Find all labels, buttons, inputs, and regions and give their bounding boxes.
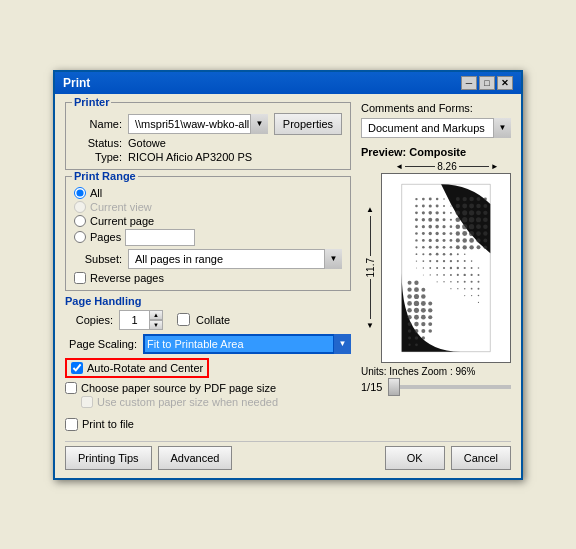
svg-point-95 bbox=[471, 287, 473, 289]
svg-point-54 bbox=[450, 253, 452, 255]
svg-point-166 bbox=[414, 329, 418, 333]
svg-point-88 bbox=[457, 280, 459, 282]
svg-point-97 bbox=[464, 294, 465, 295]
title-bar-buttons: ─ □ ✕ bbox=[461, 76, 513, 90]
copies-input[interactable] bbox=[119, 310, 149, 330]
svg-point-30 bbox=[450, 225, 453, 228]
svg-point-96 bbox=[478, 287, 480, 289]
subset-select-wrapper: All pages in range ▼ bbox=[128, 249, 342, 269]
copies-down-button[interactable]: ▼ bbox=[149, 320, 163, 330]
svg-point-70 bbox=[443, 266, 445, 268]
ok-button[interactable]: OK bbox=[385, 446, 445, 470]
printer-name-row: Name: \\mspri51\waw-wbko-all-04 ▼ Proper… bbox=[74, 113, 342, 135]
svg-point-60 bbox=[436, 259, 438, 261]
svg-point-165 bbox=[408, 329, 412, 333]
status-value: Gotowe bbox=[128, 137, 166, 149]
page-nav: 1/15 bbox=[361, 381, 511, 393]
svg-point-115 bbox=[483, 210, 487, 214]
print-range-label: Print Range bbox=[72, 170, 138, 182]
svg-point-118 bbox=[469, 216, 475, 222]
print-to-file-row: Print to file bbox=[65, 418, 351, 431]
minimize-button[interactable]: ─ bbox=[461, 76, 477, 90]
svg-point-37 bbox=[415, 239, 417, 241]
svg-point-142 bbox=[414, 280, 418, 284]
spinner-buttons: ▲ ▼ bbox=[149, 310, 163, 330]
print-to-file-checkbox[interactable] bbox=[65, 418, 78, 431]
svg-point-24 bbox=[450, 218, 452, 220]
current-view-radio[interactable] bbox=[74, 201, 86, 213]
svg-point-49 bbox=[416, 253, 418, 255]
svg-point-138 bbox=[469, 245, 473, 249]
svg-point-116 bbox=[455, 217, 460, 222]
printing-tips-button[interactable]: Printing Tips bbox=[65, 446, 152, 470]
custom-paper-checkbox[interactable] bbox=[81, 396, 93, 408]
scaling-select[interactable]: Fit to Printable Area bbox=[143, 334, 351, 354]
svg-point-61 bbox=[443, 259, 445, 261]
copies-up-button[interactable]: ▲ bbox=[149, 310, 163, 320]
collate-checkbox[interactable] bbox=[177, 313, 190, 326]
print-range-options: All Current view Current page Pages bbox=[74, 187, 342, 246]
printer-status-row: Status: Gotowe bbox=[74, 137, 342, 149]
svg-point-53 bbox=[443, 252, 446, 255]
choose-paper-row: Choose paper source by PDF page size bbox=[65, 382, 351, 394]
svg-point-76 bbox=[423, 274, 424, 275]
printer-name-select-wrapper: \\mspri51\waw-wbko-all-04 ▼ bbox=[128, 114, 268, 134]
svg-point-3 bbox=[429, 197, 432, 200]
subset-label: Subset: bbox=[74, 253, 122, 265]
type-label: Type: bbox=[74, 151, 122, 163]
svg-point-77 bbox=[430, 274, 431, 275]
svg-point-173 bbox=[415, 343, 418, 346]
reverse-pages-label: Reverse pages bbox=[90, 272, 164, 284]
advanced-button[interactable]: Advanced bbox=[158, 446, 233, 470]
svg-point-29 bbox=[442, 225, 445, 228]
choose-paper-checkbox[interactable] bbox=[65, 382, 77, 394]
svg-point-67 bbox=[423, 267, 424, 268]
pages-radio[interactable] bbox=[74, 231, 86, 243]
svg-point-171 bbox=[422, 336, 425, 339]
subset-row: Subset: All pages in range ▼ bbox=[74, 249, 342, 269]
svg-point-55 bbox=[457, 253, 459, 255]
svg-point-17 bbox=[443, 211, 446, 214]
close-button[interactable]: ✕ bbox=[497, 76, 513, 90]
svg-point-117 bbox=[462, 217, 467, 222]
svg-point-7 bbox=[415, 204, 418, 207]
svg-point-38 bbox=[422, 239, 425, 242]
svg-point-150 bbox=[414, 300, 419, 305]
properties-button[interactable]: Properties bbox=[274, 113, 342, 135]
svg-point-155 bbox=[421, 307, 426, 312]
svg-point-6 bbox=[451, 198, 452, 199]
svg-point-134 bbox=[476, 238, 480, 242]
svg-point-75 bbox=[478, 267, 480, 269]
current-page-row: Current page bbox=[74, 215, 342, 227]
svg-point-141 bbox=[408, 280, 412, 284]
svg-point-92 bbox=[450, 288, 451, 289]
svg-point-28 bbox=[435, 224, 439, 228]
svg-point-159 bbox=[421, 314, 426, 319]
svg-point-11 bbox=[443, 204, 445, 206]
comments-section: Comments and Forms: Document and Markups… bbox=[361, 102, 511, 138]
all-option-row: All bbox=[74, 187, 342, 199]
reverse-pages-checkbox[interactable] bbox=[74, 272, 86, 284]
svg-point-162 bbox=[414, 321, 419, 326]
svg-point-145 bbox=[421, 287, 425, 291]
svg-point-57 bbox=[416, 260, 417, 261]
svg-point-152 bbox=[428, 301, 432, 305]
current-page-radio[interactable] bbox=[74, 215, 86, 227]
subset-select[interactable]: All pages in range bbox=[128, 249, 342, 269]
print-dialog: Print ─ □ ✕ Printer Name: \\mspri51\waw-… bbox=[53, 70, 523, 480]
svg-point-66 bbox=[416, 267, 417, 268]
custom-paper-label: Use custom paper size when needed bbox=[97, 396, 278, 408]
cancel-button[interactable]: Cancel bbox=[451, 446, 511, 470]
pages-input[interactable]: 1 - 15 bbox=[125, 229, 195, 246]
comments-select[interactable]: Document and Markups bbox=[361, 118, 511, 138]
auto-rotate-checkbox[interactable] bbox=[71, 362, 83, 374]
down-arrow-icon: ▼ bbox=[366, 321, 374, 330]
slider-thumb[interactable] bbox=[388, 378, 400, 396]
svg-point-1 bbox=[415, 197, 417, 199]
maximize-button[interactable]: □ bbox=[479, 76, 495, 90]
svg-point-35 bbox=[442, 231, 445, 234]
printer-name-select[interactable]: \\mspri51\waw-wbko-all-04 bbox=[128, 114, 268, 134]
pages-row: Pages 1 - 15 bbox=[74, 229, 342, 246]
svg-point-56 bbox=[464, 253, 466, 255]
all-radio[interactable] bbox=[74, 187, 86, 199]
